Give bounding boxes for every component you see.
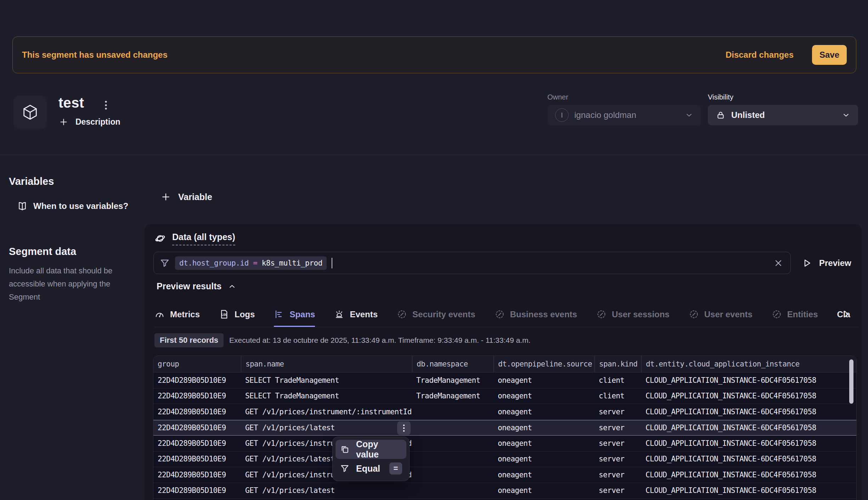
cell-dt-openpipeline-source[interactable]: oneagent — [494, 467, 594, 483]
data-scope-selector[interactable]: Data (all types) — [154, 232, 235, 245]
column-header-dt-entity-cloud-application-instance[interactable]: dt.entity.cloud_application_instance — [641, 356, 857, 372]
cell-span-name[interactable]: SELECT TradeManagement — [241, 373, 412, 388]
table-scrollbar[interactable] — [849, 359, 853, 404]
filter-input[interactable]: dt.host_group.id = k8s_multi_prod — [153, 252, 791, 274]
cell-group[interactable]: 22D4D289B05D10E9 — [153, 420, 241, 436]
cell-dt-entity-cloud-application-instance[interactable]: CLOUD_APPLICATION_INSTANCE-6DC4F05617058 — [641, 483, 857, 499]
preview-results-toggle[interactable]: Preview results — [154, 281, 238, 292]
cell-group[interactable]: 22D4D289B05D10E9 — [153, 467, 241, 483]
cell-dt-openpipeline-source[interactable]: oneagent — [494, 436, 594, 451]
cell-span-kind[interactable]: server — [594, 420, 641, 436]
play-icon — [801, 258, 812, 268]
tabs-scroll-right-button[interactable] — [840, 308, 852, 320]
cell-dt-entity-cloud-application-instance[interactable]: CLOUD_APPLICATION_INSTANCE-6DC4F05617058 — [641, 420, 857, 436]
tab-business-events[interactable]: Business events — [495, 303, 577, 327]
cell-db-namespace[interactable] — [412, 436, 494, 451]
cell-span-kind[interactable]: client — [594, 388, 641, 404]
cell-db-namespace[interactable] — [412, 467, 494, 483]
cell-dt-entity-cloud-application-instance[interactable]: CLOUD_APPLICATION_INSTANCE-6DC4F05617058 — [641, 451, 857, 467]
add-variable-button[interactable]: Variable — [158, 191, 214, 203]
cell-group[interactable]: 22D4D289B05D10E9 — [153, 373, 241, 388]
cell-group[interactable]: 22D4D289B05D10E9 — [153, 451, 241, 467]
cell-span-kind[interactable]: server — [594, 467, 641, 483]
variables-help-link[interactable]: When to use variables? — [15, 200, 130, 212]
clear-filter-button[interactable] — [772, 257, 785, 269]
cell-db-namespace[interactable] — [412, 451, 494, 467]
segment-menu-button[interactable] — [100, 98, 112, 113]
cell-db-namespace[interactable] — [412, 420, 494, 436]
tab-user-sessions[interactable]: User sessions — [596, 303, 670, 327]
discard-changes-button[interactable]: Discard changes — [723, 50, 796, 60]
tab-events[interactable]: Events — [334, 303, 378, 327]
results-table: groupspan.namedb.namespacedt.openpipelin… — [153, 356, 857, 500]
loading-icon — [772, 309, 782, 319]
table-row[interactable]: 22D4D289B05D10E9GET /v1/prices/instrumen… — [153, 436, 856, 451]
cell-span-kind[interactable]: server — [594, 483, 641, 499]
cell-span-kind[interactable]: server — [594, 436, 641, 451]
table-row[interactable]: 22D4D289B05D10E9GET /v1/prices/latestone… — [153, 483, 856, 499]
segment-title: test — [58, 95, 84, 111]
cell-dt-entity-cloud-application-instance[interactable]: CLOUD_APPLICATION_INSTANCE-6DC4F05617058 — [641, 436, 857, 451]
save-button[interactable]: Save — [812, 45, 847, 65]
cell-dt-openpipeline-source[interactable]: oneagent — [494, 420, 594, 436]
tab-security-events[interactable]: Security events — [397, 303, 475, 327]
column-header-dt-openpipeline-source[interactable]: dt.openpipeline.source — [494, 356, 594, 372]
cell-span-name[interactable]: GET /v1/prices/instrument/:instrumentId — [241, 404, 412, 420]
menu-item-equal[interactable]: Equal= — [336, 459, 406, 478]
visibility-select[interactable]: Unlisted — [708, 105, 858, 125]
cell-span-kind[interactable]: server — [594, 451, 641, 467]
cell-group[interactable]: 22D4D289B05D10E9 — [153, 436, 241, 451]
tab-user-events[interactable]: User events — [689, 303, 753, 327]
table-row[interactable]: 22D4D289B05D10E9GET /v1/prices/latestone… — [153, 451, 856, 467]
tab-entities[interactable]: Entities — [772, 303, 818, 327]
cell-dt-openpipeline-source[interactable]: oneagent — [494, 388, 594, 404]
plus-icon — [59, 117, 68, 127]
table-row[interactable]: 22D4D289B05D10E9GET /v1/prices/instrumen… — [153, 404, 856, 420]
cell-group[interactable]: 22D4D289B05D10E9 — [153, 388, 241, 404]
cell-dt-openpipeline-source[interactable]: oneagent — [494, 404, 594, 420]
table-row[interactable]: 22D4D289B05D10E9SELECT TradeManagementTr… — [153, 373, 856, 388]
cell-dt-entity-cloud-application-instance[interactable]: CLOUD_APPLICATION_INSTANCE-6DC4F05617058 — [641, 404, 857, 420]
records-badge: First 50 records — [154, 333, 224, 347]
cell-dt-entity-cloud-application-instance[interactable]: CLOUD_APPLICATION_INSTANCE-6DC4F05617058 — [641, 388, 857, 404]
cell-dt-openpipeline-source[interactable]: oneagent — [494, 373, 594, 388]
filter-condition-chip[interactable]: dt.host_group.id = k8s_multi_prod — [175, 256, 327, 270]
records-info-row: First 50 records Executed at: 13 de octu… — [154, 333, 530, 347]
tab-logs[interactable]: LOGLogs — [219, 303, 255, 327]
owner-select[interactable]: I ignacio goldman — [547, 105, 701, 125]
cell-span-kind[interactable]: client — [594, 373, 641, 388]
cell-group[interactable]: 22D4D289B05D10E9 — [153, 404, 241, 420]
preview-button[interactable]: Preview — [799, 252, 853, 274]
cell-context-menu: Copy valueEqual= — [332, 437, 410, 481]
table-row[interactable]: 22D4D289B05D10E9SELECT TradeManagementTr… — [153, 388, 856, 404]
cell-db-namespace[interactable] — [412, 404, 494, 420]
cell-dt-entity-cloud-application-instance[interactable]: CLOUD_APPLICATION_INSTANCE-6DC4F05617058 — [641, 467, 857, 483]
row-actions-kebab-button[interactable] — [397, 421, 411, 435]
cell-span-name[interactable]: SELECT TradeManagement — [241, 388, 412, 404]
cell-db-namespace[interactable] — [412, 483, 494, 499]
chevron-down-icon — [842, 111, 850, 119]
cell-dt-openpipeline-source[interactable]: oneagent — [494, 483, 594, 499]
column-header-span-kind[interactable]: span.kind — [594, 356, 641, 372]
table-row[interactable]: 22D4D289B05D10E9GET /v1/prices/instrumen… — [153, 467, 856, 483]
cell-span-name[interactable]: GET /v1/prices/latest — [241, 420, 412, 436]
tab-spans[interactable]: Spans — [274, 303, 315, 327]
cell-group[interactable]: 22D4D289B05D10E9 — [153, 483, 241, 499]
column-header-group[interactable]: group — [153, 356, 241, 372]
add-description-button[interactable]: Description — [57, 117, 123, 127]
menu-item-copy-value[interactable]: Copy value — [336, 440, 406, 459]
tab-label: Metrics — [170, 309, 200, 319]
visibility-field: Visibility Unlisted — [708, 93, 858, 125]
tab-metrics[interactable]: Metrics — [154, 303, 200, 327]
cell-dt-openpipeline-source[interactable]: oneagent — [494, 451, 594, 467]
table-body: 22D4D289B05D10E9SELECT TradeManagementTr… — [153, 373, 856, 499]
cell-db-namespace[interactable]: TradeManagement — [412, 373, 494, 388]
cell-span-name[interactable]: GET /v1/prices/latest — [241, 483, 412, 499]
cell-db-namespace[interactable]: TradeManagement — [412, 388, 494, 404]
cell-dt-entity-cloud-application-instance[interactable]: CLOUD_APPLICATION_INSTANCE-6DC4F05617058 — [641, 373, 857, 388]
segment-data-card: Data (all types) dt.host_group.id = k8s_… — [145, 224, 862, 500]
column-header-span-name[interactable]: span.name — [241, 356, 412, 372]
cell-span-kind[interactable]: server — [594, 404, 641, 420]
table-row[interactable]: 22D4D289B05D10E9GET /v1/prices/latestone… — [153, 420, 856, 436]
column-header-db-namespace[interactable]: db.namespace — [412, 356, 494, 372]
